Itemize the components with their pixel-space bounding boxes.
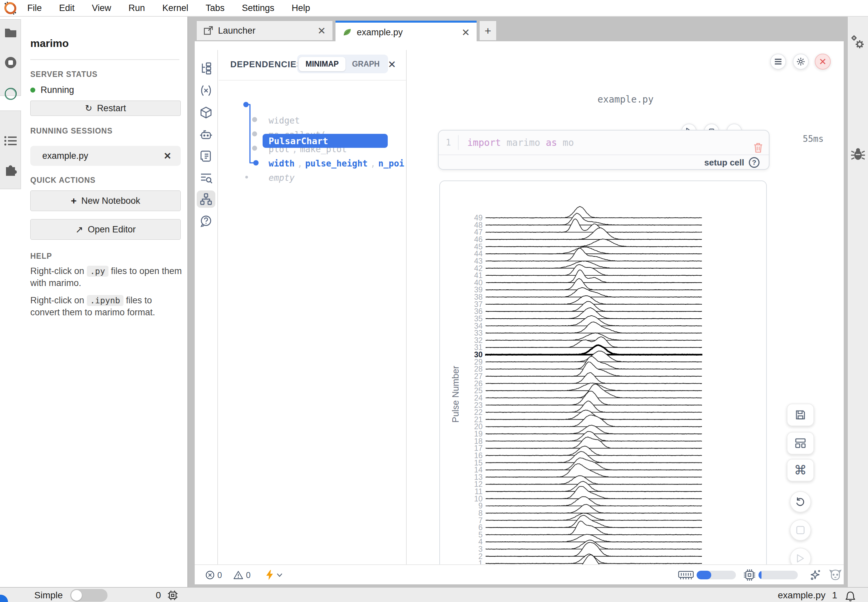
tree-token: , (297, 158, 302, 169)
layout-panels-button[interactable] (787, 432, 814, 455)
code-line[interactable]: import marimo as mo (467, 137, 574, 148)
marimo-rings-icon[interactable] (3, 87, 18, 101)
tree-token: n_poi (378, 158, 404, 169)
tree-node-empty[interactable]: empty (268, 171, 294, 184)
simple-mode-toggle[interactable] (70, 589, 107, 602)
menu-file[interactable]: File (27, 3, 42, 13)
tree-node-active[interactable]: width,pulse_height,n_poi (268, 157, 404, 170)
code-token: as (546, 137, 557, 148)
marimo-notebook: ✕ example.py 1 import marim (407, 41, 844, 564)
toggle-minimap[interactable]: MINIMAP (299, 57, 345, 71)
variables-icon[interactable] (197, 82, 215, 99)
quick-actions-heading: QUICK ACTIONS (30, 176, 95, 185)
pulse-ridge-11 (486, 481, 702, 492)
status-bar: Simple 0 example.py 1 (0, 587, 868, 602)
cpu-icon (743, 569, 756, 581)
help-line-py: Right-click on .py files to open them wi… (30, 265, 183, 289)
new-notebook-button[interactable]: + New Notebook (30, 190, 181, 211)
tab-example-py[interactable]: example.py ✕ (336, 21, 477, 42)
menu-tabs[interactable]: Tabs (205, 3, 225, 13)
memory-meter (696, 571, 736, 579)
dependency-graph-icon[interactable] (197, 190, 215, 208)
marimo-leaf-icon (342, 27, 352, 37)
package-cube-icon[interactable] (197, 104, 215, 121)
tree-token: , (370, 158, 376, 169)
dependencies-panel: DEPENDENCIES MINIMAP GRAPH ✕ (219, 50, 407, 564)
interrupt-button[interactable] (790, 519, 811, 541)
command-icon: ⌘ (794, 463, 807, 478)
restart-icon: ↻ (85, 103, 92, 114)
session-item[interactable]: example.py ✕ (30, 146, 181, 166)
py-extension-chip: .py (87, 266, 109, 277)
tab-launcher-close-icon[interactable]: ✕ (317, 25, 326, 37)
marimo-sidebar-panel: marimo SERVER STATUS Running ↻ Restart R… (21, 17, 188, 587)
menu-edit[interactable]: Edit (59, 3, 75, 13)
cpu-usage (743, 565, 798, 585)
puzzle-extension-icon[interactable] (4, 163, 18, 177)
running-kernels-icon[interactable] (4, 56, 17, 69)
cell-exec-time: 55ms (803, 134, 824, 144)
search-snippets-icon[interactable] (197, 169, 215, 186)
menu-help[interactable]: Help (291, 3, 310, 13)
ai-sparkle-icon[interactable] (810, 565, 822, 585)
server-status-row: Running (30, 85, 74, 95)
pulse-ridge-32 (486, 333, 702, 341)
marimo-tool-strip (195, 50, 218, 564)
chip-icon (167, 590, 178, 601)
setup-help-icon[interactable]: ? (749, 157, 759, 168)
file-tree-icon[interactable] (197, 60, 215, 77)
toggle-graph[interactable]: GRAPH (345, 57, 386, 71)
ai-robot-icon[interactable] (197, 126, 215, 143)
menu-kernel[interactable]: Kernel (163, 3, 189, 13)
session-close-icon[interactable]: ✕ (164, 150, 172, 161)
left-activity-bar (0, 17, 21, 587)
logs-scroll-icon[interactable] (197, 147, 215, 165)
notebook-settings-gear-icon[interactable] (793, 54, 809, 69)
pulse-ridge-47 (486, 219, 702, 232)
delete-cell-trash-icon[interactable] (753, 143, 763, 153)
save-button[interactable] (787, 404, 814, 426)
marimo-editor-statusbar: 0 0 (195, 564, 844, 584)
debugger-bug-icon[interactable] (850, 146, 866, 162)
chevron-down-icon (276, 573, 282, 577)
new-tab-button[interactable]: + (479, 21, 497, 41)
tree-node-selected[interactable]: PulsarChart (262, 134, 388, 148)
pulse-ridge-7 (486, 513, 702, 521)
minimap-graph-toggle: MINIMAP GRAPH (297, 55, 388, 73)
tree-token: empty (268, 173, 294, 183)
help-bubble-icon[interactable] (197, 212, 215, 230)
bell-icon[interactable] (845, 588, 856, 602)
run-mode-indicator[interactable] (265, 565, 282, 585)
restart-button[interactable]: ↻ Restart (30, 101, 181, 116)
pulse-ridge-4 (486, 534, 702, 542)
command-palette-button[interactable]: ⌘ (787, 459, 814, 481)
menu-settings[interactable]: Settings (242, 3, 275, 13)
pulsar-chart-output-cell: 4948474645444342414039383736353433323130… (439, 180, 767, 564)
notebook-menu-button[interactable] (770, 54, 786, 69)
open-editor-button[interactable]: ↗ Open Editor (30, 219, 181, 240)
simple-mode-control: Simple (34, 588, 107, 602)
undo-button[interactable] (790, 491, 811, 513)
pulse-ridge-30 (486, 345, 702, 355)
warnings-indicator[interactable]: 0 (233, 565, 251, 585)
notebook-shutdown-button[interactable]: ✕ (815, 54, 831, 69)
dependencies-close-icon[interactable]: ✕ (388, 58, 396, 70)
menu-run[interactable]: Run (129, 3, 145, 13)
setup-row: setup cell ? (439, 155, 769, 170)
pulse-ridge-42 (486, 261, 702, 268)
copilot-cat-icon[interactable] (829, 565, 842, 585)
table-of-contents-icon[interactable] (4, 136, 17, 146)
menu-view[interactable]: View (92, 3, 111, 13)
property-inspector-gears-icon[interactable] (850, 35, 866, 50)
tree-node-stale[interactable]: widget (268, 114, 300, 127)
cpu-meter (759, 571, 798, 579)
tab-launcher[interactable]: Launcher ✕ (196, 21, 333, 41)
run-all-button[interactable] (790, 548, 811, 564)
file-browser-icon[interactable] (4, 27, 17, 38)
dependencies-header: DEPENDENCIES MINIMAP GRAPH ✕ (219, 50, 406, 81)
editor-content: DEPENDENCIES MINIMAP GRAPH ✕ (195, 41, 844, 584)
tab-example-close-icon[interactable]: ✕ (462, 27, 470, 38)
kernel-status[interactable]: 0 (156, 588, 178, 602)
errors-indicator[interactable]: 0 (205, 565, 222, 585)
setup-code-cell[interactable]: 1 import marimo as mo setup cell ? (438, 130, 770, 170)
